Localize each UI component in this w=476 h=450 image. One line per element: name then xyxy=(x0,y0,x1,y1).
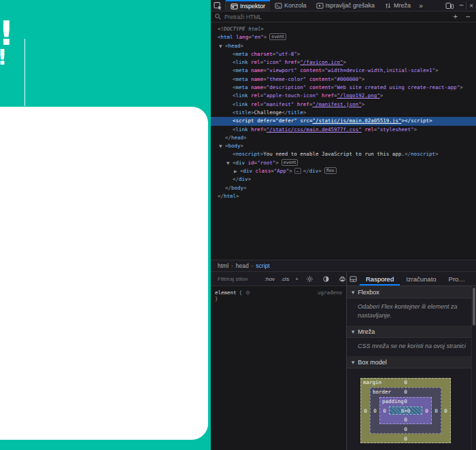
tab-console[interactable]: Konzola xyxy=(270,0,311,11)
expand-toggle-icon[interactable]: ▼ xyxy=(219,42,222,50)
markup-line[interactable]: ▼<body> xyxy=(211,142,476,150)
margin-top-value[interactable]: 0 xyxy=(361,379,450,385)
tab-izračunato[interactable]: Izračunato xyxy=(400,272,442,285)
markup-line[interactable]: <meta name="theme-color" content="#00000… xyxy=(211,75,476,84)
collapsed-content-icon[interactable]: … xyxy=(294,168,301,174)
light-scheme-sim-button[interactable] xyxy=(303,275,316,283)
markup-line[interactable]: <!DOCTYPE html> xyxy=(211,25,476,33)
markup-token: "viewport" xyxy=(267,67,297,73)
tab-inspector[interactable]: Inspektor xyxy=(226,0,270,11)
box-model-margin[interactable]: margin 0 0 0 0 border 0 0 0 0 padding xyxy=(360,378,451,443)
markup-line[interactable]: <link rel="manifest" href="/manifest.jso… xyxy=(211,101,476,109)
border-top-value[interactable]: 0 xyxy=(371,389,441,395)
markup-token: content xyxy=(309,76,331,82)
node-badge[interactable]: event xyxy=(282,159,299,166)
devtools-menu-button[interactable]: ··· xyxy=(456,0,466,11)
markup-line[interactable]: </body> xyxy=(211,184,476,192)
breadcrumb-item-html[interactable]: html xyxy=(215,262,231,269)
markup-more-button[interactable]: ··· xyxy=(463,14,473,20)
section-title: Mreža xyxy=(358,328,375,335)
markup-line[interactable]: <meta charset="utf-8"> xyxy=(211,50,476,58)
padding-top-value[interactable]: 0 xyxy=(380,398,431,404)
node-badge[interactable]: flex xyxy=(324,167,337,174)
markup-token: div xyxy=(243,168,253,174)
grid-message: CSS mreža se ne koristi na ovoj stranici xyxy=(358,342,469,351)
markup-line[interactable]: <meta name="description" content="Web si… xyxy=(211,84,476,92)
expand-toggle-icon[interactable]: ▼ xyxy=(219,142,222,150)
border-right-value[interactable]: 0 xyxy=(432,408,441,414)
markup-line[interactable]: <link href="/static/css/main.de45977f.cs… xyxy=(211,126,476,134)
border-left-value[interactable]: 0 xyxy=(371,408,379,414)
padding-bottom-value[interactable]: 0 xyxy=(380,417,431,423)
rules-content: element { ugrađeno } xyxy=(211,286,346,305)
tab-debugger[interactable]: Ispravljač grešaka xyxy=(311,0,380,11)
more-tabs-button[interactable]: » xyxy=(415,0,426,11)
expand-toggle-icon[interactable]: ▼ xyxy=(226,159,230,167)
box-model-diagram[interactable]: margin 0 0 0 0 border 0 0 0 0 padding xyxy=(360,378,451,443)
close-devtools-button[interactable]: × xyxy=(466,0,476,11)
margin-right-value[interactable]: 0 xyxy=(441,408,450,414)
tab-promjene[interactable]: Promjene xyxy=(443,272,476,285)
rule-source-link[interactable]: ugrađeno xyxy=(318,290,342,296)
search-input[interactable] xyxy=(224,14,448,20)
tab-network[interactable]: Mreža xyxy=(379,0,415,11)
markup-token: </ xyxy=(303,168,309,174)
padding-right-value[interactable]: 0 xyxy=(422,408,431,414)
markup-token: content xyxy=(300,67,322,73)
gear-icon[interactable] xyxy=(245,290,251,296)
breadcrumb-item-head[interactable]: head xyxy=(233,262,252,269)
tab-raspored[interactable]: Raspored xyxy=(360,272,400,285)
border-bottom-value[interactable]: 0 xyxy=(371,426,441,432)
flexbox-section-header[interactable]: Flexbox xyxy=(347,286,476,298)
markup-line[interactable]: </div> xyxy=(211,175,476,184)
markup-line[interactable]: </head> xyxy=(211,134,476,142)
style-filter-input[interactable] xyxy=(218,276,260,282)
markup-line[interactable]: ▶<div class="App">…</div>flex xyxy=(211,167,476,175)
markup-line[interactable]: <html lang="en">event xyxy=(211,33,476,41)
markup-token: meta xyxy=(236,76,248,82)
scrollbar[interactable] xyxy=(471,286,476,450)
box-model-border[interactable]: border 0 0 0 0 padding 0 0 0 0 0× xyxy=(370,387,441,434)
markup-token: class xyxy=(256,168,271,174)
padding-left-value[interactable]: 0 xyxy=(380,408,389,414)
node-picker-button[interactable] xyxy=(211,0,225,11)
markup-line[interactable]: <noscript>You need to enable JavaScript … xyxy=(211,150,476,158)
grid-section-header[interactable]: Mreža xyxy=(347,326,476,338)
markup-token: html xyxy=(224,193,236,199)
dark-scheme-sim-button[interactable] xyxy=(320,275,333,283)
markup-token: </ xyxy=(233,176,239,182)
pseudo-class-toggle[interactable]: :hov xyxy=(263,276,276,282)
rules-panel: :hov .cls + xyxy=(211,272,347,450)
responsive-design-mode-button[interactable] xyxy=(443,0,456,11)
markup-line[interactable]: <link rel="icon" href="/favicon.ico"> xyxy=(211,58,476,67)
markup-line[interactable]: ▼<head> xyxy=(211,42,476,50)
markup-token: > xyxy=(275,160,279,166)
markup-token: id xyxy=(248,160,254,166)
box-model-content[interactable]: 0×0 xyxy=(389,406,422,415)
class-toggle[interactable]: .cls xyxy=(279,276,290,282)
markup-line[interactable]: </html> xyxy=(211,192,476,201)
markup-line[interactable]: <meta name="viewport" content="width=dev… xyxy=(211,67,476,75)
rule-selector[interactable]: element xyxy=(215,290,237,296)
markup-token: meta xyxy=(236,84,248,90)
margin-bottom-value[interactable]: 0 xyxy=(361,436,450,442)
scrollbar-thumb[interactable] xyxy=(473,288,475,326)
markup-token: defer xyxy=(257,118,273,124)
add-node-button[interactable]: + xyxy=(451,13,460,20)
box-model-padding[interactable]: padding 0 0 0 0 0×0 xyxy=(379,397,432,424)
expand-toggle-icon[interactable]: ▶ xyxy=(234,167,237,175)
markup-line[interactable]: <script defer="defer" src="/static/js/ma… xyxy=(211,117,476,125)
markup-line[interactable]: <title>Challenge</title> xyxy=(211,109,476,117)
boxmodel-section-header[interactable]: Box model xyxy=(347,356,476,368)
add-rule-button[interactable]: + xyxy=(294,275,300,283)
tab-label: Konzola xyxy=(284,2,307,9)
markup-token: "/favicon.ico" xyxy=(300,59,343,65)
rule-open-brace: { xyxy=(239,290,243,296)
three-pane-toggle-button[interactable] xyxy=(347,272,360,285)
margin-left-value[interactable]: 0 xyxy=(361,408,370,414)
markup-line[interactable]: ▼<div id="root">event xyxy=(211,159,476,167)
markup-line[interactable]: <link rel="apple-touch-icon" href="/logo… xyxy=(211,92,476,100)
node-badge[interactable]: event xyxy=(269,33,286,40)
markup-token: title xyxy=(288,109,303,116)
breadcrumb-item-script[interactable]: script xyxy=(253,262,272,269)
